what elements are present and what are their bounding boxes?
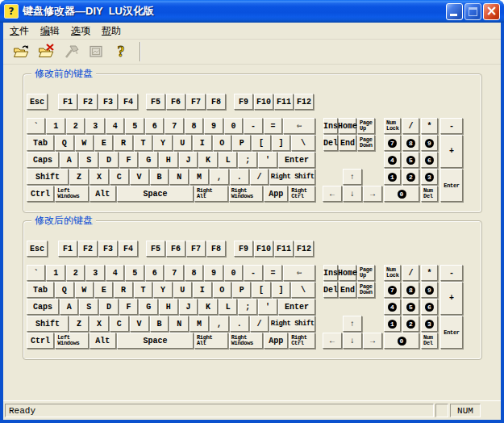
key-o[interactable]: O (213, 282, 231, 298)
key-arrow-down[interactable]: ↓ (343, 186, 362, 202)
key-page-up[interactable]: PageUp (357, 265, 375, 281)
key-arrow-up[interactable]: ↑ (343, 169, 362, 185)
key-num-del[interactable]: NumDel (421, 333, 438, 349)
key-u[interactable]: U (173, 135, 192, 151)
key-f7[interactable]: F7 (186, 241, 206, 257)
key-ctrl[interactable]: Ctrl (27, 333, 54, 349)
key-plus[interactable]: + (440, 135, 463, 168)
key-minus[interactable]: - (440, 118, 463, 134)
key-4[interactable]: 4 (106, 265, 124, 281)
key-4[interactable]: 4 (384, 299, 401, 315)
key-f1[interactable]: F1 (58, 94, 77, 110)
key-9[interactable]: 9 (204, 265, 223, 281)
key-5[interactable]: 5 (402, 299, 419, 315)
remove-button[interactable] (35, 41, 56, 62)
key-l[interactable]: L (219, 152, 238, 168)
key-del[interactable]: Del (323, 282, 338, 298)
key-h[interactable]: H (159, 152, 178, 168)
key-comma[interactable]: , (210, 169, 229, 185)
key-w[interactable]: W (75, 135, 94, 151)
key-right-alt[interactable]: RightAlt (194, 186, 228, 202)
key-1[interactable]: 1 (384, 316, 401, 332)
key-ins[interactable]: Ins (323, 118, 338, 134)
key-2[interactable]: 2 (402, 169, 419, 185)
key-4[interactable]: 4 (384, 152, 401, 168)
key-f5[interactable]: F5 (146, 241, 165, 257)
menu-options[interactable]: 选项 (65, 23, 96, 40)
key-right-windows[interactable]: RightWindows (229, 186, 264, 202)
key-8[interactable]: 8 (185, 118, 203, 134)
key-s[interactable]: S (79, 152, 98, 168)
key-w[interactable]: W (75, 282, 94, 298)
key-equals[interactable]: = (264, 118, 282, 134)
key-slash[interactable]: / (402, 118, 419, 134)
key-0[interactable]: 0 (384, 186, 419, 202)
key-f7[interactable]: F7 (186, 94, 206, 110)
key-f9[interactable]: F9 (234, 94, 253, 110)
key-minus[interactable]: - (244, 118, 262, 134)
key-f8[interactable]: F8 (206, 241, 226, 257)
key-c[interactable]: C (110, 316, 129, 332)
key-3[interactable]: 3 (85, 118, 104, 134)
key-d[interactable]: D (99, 152, 119, 168)
key-s[interactable]: S (79, 299, 98, 315)
key-o[interactable]: O (213, 135, 231, 151)
key-num-del[interactable]: NumDel (421, 186, 438, 202)
key-p[interactable]: P (232, 282, 251, 298)
key-b[interactable]: B (150, 169, 169, 185)
key-f12[interactable]: F12 (294, 241, 314, 257)
key-backspace[interactable]: ⇦ (283, 118, 315, 134)
minimize-button[interactable] (446, 3, 463, 20)
key-x[interactable]: X (90, 316, 109, 332)
key-z[interactable]: Z (69, 316, 89, 332)
key-end[interactable]: End (339, 282, 356, 298)
key-8[interactable]: 8 (185, 265, 203, 281)
key-minus[interactable]: - (440, 265, 463, 281)
key-page-down[interactable]: PageDown (357, 135, 375, 151)
key-bracket-right[interactable]: ] (272, 135, 290, 151)
key-period[interactable]: . (230, 316, 249, 332)
key-backslash[interactable]: \ (291, 282, 315, 298)
key-y[interactable]: Y (153, 282, 172, 298)
key-i[interactable]: I (193, 282, 211, 298)
key-2[interactable]: 2 (66, 118, 85, 134)
key-1[interactable]: 1 (384, 169, 401, 185)
key-semicolon[interactable]: ; (238, 299, 257, 315)
key-f3[interactable]: F3 (98, 94, 118, 110)
key-esc[interactable]: Esc (27, 94, 48, 110)
key-h[interactable]: H (159, 299, 178, 315)
key-f4[interactable]: F4 (119, 241, 138, 257)
key-8[interactable]: 8 (402, 282, 419, 298)
key-num-lock[interactable]: NumLock (384, 118, 401, 134)
key-n[interactable]: N (169, 169, 189, 185)
key-7[interactable]: 7 (165, 118, 183, 134)
key-asterisk[interactable]: * (421, 265, 438, 281)
key-bracket-left[interactable]: [ (252, 282, 270, 298)
key-arrow-left[interactable]: ← (323, 186, 342, 202)
key-right-windows[interactable]: RightWindows (229, 333, 264, 349)
key-alt[interactable]: Alt (90, 333, 116, 349)
key-f[interactable]: F (119, 299, 139, 315)
key-m[interactable]: M (190, 316, 209, 332)
key-plus[interactable]: + (440, 282, 463, 315)
key-left-windows[interactable]: LeftWindows (55, 333, 89, 349)
key-enter[interactable]: Enter (278, 299, 315, 315)
key-slash[interactable]: / (250, 169, 269, 185)
key-l[interactable]: L (219, 299, 238, 315)
key-f4[interactable]: F4 (119, 94, 138, 110)
key-arrow-left[interactable]: ← (323, 333, 342, 349)
key-f2[interactable]: F2 (78, 94, 98, 110)
key-j[interactable]: J (179, 299, 198, 315)
key-backquote[interactable]: ` (27, 118, 45, 134)
key-backslash[interactable]: \ (291, 135, 315, 151)
key-space[interactable]: Space (117, 333, 194, 349)
key-k[interactable]: K (198, 299, 218, 315)
key-apostrophe[interactable]: ' (258, 299, 277, 315)
key-d[interactable]: D (99, 299, 119, 315)
key-right-shift[interactable]: Right Shift (269, 316, 315, 332)
key-tab[interactable]: Tab (27, 282, 54, 298)
key-q[interactable]: Q (55, 135, 73, 151)
key-enter[interactable]: Enter (440, 316, 463, 349)
key-2[interactable]: 2 (402, 316, 419, 332)
key-u[interactable]: U (173, 282, 192, 298)
